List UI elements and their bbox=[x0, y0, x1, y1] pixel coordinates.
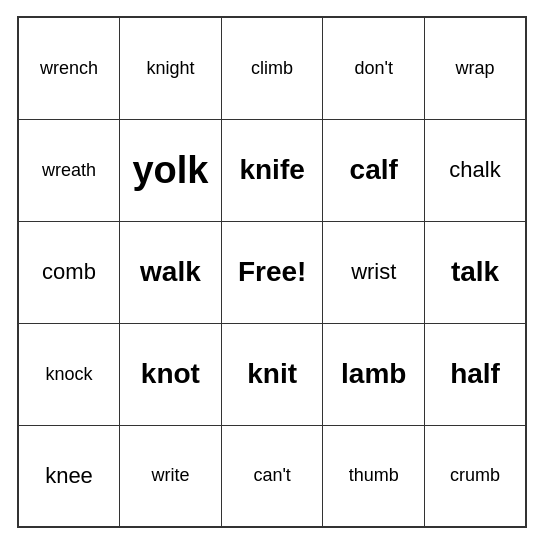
cell-text: knee bbox=[45, 463, 93, 488]
bingo-cell: Free! bbox=[221, 221, 323, 323]
bingo-cell: knight bbox=[120, 17, 222, 119]
bingo-cell: write bbox=[120, 425, 222, 527]
cell-text: climb bbox=[251, 58, 293, 78]
bingo-cell: don't bbox=[323, 17, 425, 119]
bingo-cell: wrap bbox=[425, 17, 526, 119]
cell-text: walk bbox=[140, 256, 201, 287]
cell-text: comb bbox=[42, 259, 96, 284]
bingo-cell: comb bbox=[18, 221, 120, 323]
cell-text: write bbox=[151, 465, 189, 485]
bingo-cell: lamb bbox=[323, 323, 425, 425]
cell-text: knight bbox=[146, 58, 194, 78]
bingo-cell: wrench bbox=[18, 17, 120, 119]
bingo-cell: half bbox=[425, 323, 526, 425]
cell-text: can't bbox=[253, 465, 290, 485]
cell-text: knot bbox=[141, 358, 200, 389]
bingo-board: wrenchknightclimbdon'twrapwreathyolkknif… bbox=[17, 16, 527, 528]
bingo-cell: calf bbox=[323, 119, 425, 221]
bingo-cell: knock bbox=[18, 323, 120, 425]
bingo-cell: can't bbox=[221, 425, 323, 527]
bingo-cell: knee bbox=[18, 425, 120, 527]
bingo-cell: climb bbox=[221, 17, 323, 119]
cell-text: lamb bbox=[341, 358, 406, 389]
cell-text: crumb bbox=[450, 465, 500, 485]
cell-text: yolk bbox=[132, 149, 208, 191]
bingo-cell: knife bbox=[221, 119, 323, 221]
cell-text: talk bbox=[451, 256, 499, 287]
bingo-cell: chalk bbox=[425, 119, 526, 221]
cell-text: chalk bbox=[449, 157, 500, 182]
bingo-cell: yolk bbox=[120, 119, 222, 221]
bingo-cell: crumb bbox=[425, 425, 526, 527]
cell-text: wrap bbox=[456, 58, 495, 78]
bingo-cell: knot bbox=[120, 323, 222, 425]
bingo-cell: knit bbox=[221, 323, 323, 425]
cell-text: wreath bbox=[42, 160, 96, 180]
cell-text: wrench bbox=[40, 58, 98, 78]
cell-text: wrist bbox=[351, 259, 396, 284]
bingo-cell: talk bbox=[425, 221, 526, 323]
bingo-cell: thumb bbox=[323, 425, 425, 527]
bingo-cell: walk bbox=[120, 221, 222, 323]
cell-text: half bbox=[450, 358, 500, 389]
cell-text: knock bbox=[45, 364, 92, 384]
bingo-cell: wreath bbox=[18, 119, 120, 221]
cell-text: knife bbox=[239, 154, 304, 185]
cell-text: calf bbox=[350, 154, 398, 185]
cell-text: thumb bbox=[349, 465, 399, 485]
cell-text: knit bbox=[247, 358, 297, 389]
bingo-cell: wrist bbox=[323, 221, 425, 323]
cell-text: Free! bbox=[238, 256, 306, 287]
cell-text: don't bbox=[355, 58, 393, 78]
